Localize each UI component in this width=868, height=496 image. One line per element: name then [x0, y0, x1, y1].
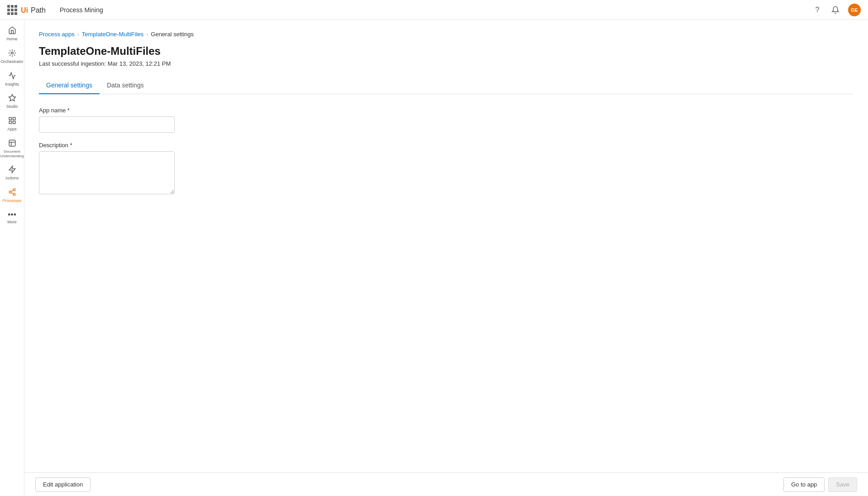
tab-data-settings[interactable]: Data settings — [100, 78, 151, 94]
svg-rect-7 — [9, 121, 11, 124]
breadcrumb-current: General settings — [151, 31, 194, 38]
document-understanding-icon — [8, 139, 16, 149]
description-label: Description * — [39, 142, 854, 149]
sidebar-item-studio[interactable]: Studio — [1, 91, 23, 112]
header-right: ? GE — [812, 4, 861, 16]
svg-point-14 — [13, 193, 15, 196]
insights-icon — [8, 72, 16, 81]
svg-point-12 — [13, 188, 15, 191]
grid-menu-icon[interactable] — [7, 5, 17, 15]
home-icon — [8, 26, 16, 36]
content-area: Process apps › TemplateOne-MultiFiles › … — [24, 20, 868, 496]
help-icon[interactable]: ? — [812, 5, 823, 15]
main-layout: Home Orchestrator Insights — [0, 20, 868, 496]
sidebar-actions-label: Actions — [5, 176, 19, 181]
svg-line-16 — [11, 190, 13, 192]
app-name-input[interactable] — [39, 116, 175, 133]
user-avatar[interactable]: GE — [848, 4, 861, 16]
sidebar-insights-label: Insights — [5, 82, 19, 87]
last-ingestion-label: Last successful ingestion: — [39, 60, 106, 67]
svg-line-15 — [11, 193, 13, 194]
app-name-group: App name * — [39, 107, 854, 133]
sidebar-item-document-understanding[interactable]: Document Understanding — [1, 136, 23, 161]
footer-left: Edit application — [35, 477, 91, 492]
breadcrumb: Process apps › TemplateOne-MultiFiles › … — [39, 31, 854, 38]
svg-text:Path: Path — [31, 6, 46, 14]
description-group: Description * — [39, 142, 854, 196]
sidebar-item-orchestrator[interactable]: Orchestrator — [1, 46, 23, 67]
uipath-logo: Ui Path — [21, 5, 57, 15]
breadcrumb-sep-2: › — [146, 31, 148, 38]
breadcrumb-sep-1: › — [77, 31, 79, 38]
tab-general-settings[interactable]: General settings — [39, 78, 100, 94]
sidebar-home-label: Home — [6, 37, 17, 42]
notifications-icon[interactable] — [830, 5, 841, 15]
sidebar-processes-label: Processes — [2, 198, 21, 203]
last-ingestion-value: Mar 13, 2023, 12:21 PM — [108, 60, 171, 67]
svg-point-2 — [11, 52, 13, 54]
studio-icon — [8, 94, 16, 103]
logo-container: Ui Path Process Mining — [21, 5, 103, 15]
apps-icon — [8, 116, 16, 126]
svg-text:Ui: Ui — [21, 6, 28, 14]
sidebar-item-apps[interactable]: Apps — [1, 114, 23, 135]
page-content: Process apps › TemplateOne-MultiFiles › … — [24, 20, 868, 472]
breadcrumb-template[interactable]: TemplateOne-MultiFiles — [82, 31, 144, 38]
description-textarea[interactable] — [39, 151, 175, 194]
footer-right: Go to app Save — [783, 477, 857, 492]
svg-rect-6 — [13, 121, 15, 124]
processes-icon — [8, 188, 16, 197]
page-title: TemplateOne-MultiFiles — [39, 45, 854, 58]
sidebar-item-processes[interactable]: Processes — [1, 185, 23, 206]
product-name: Process Mining — [60, 6, 103, 14]
sidebar-item-actions[interactable]: Actions — [1, 163, 23, 183]
footer: Edit application Go to app Save — [24, 472, 868, 496]
sidebar-more-label: More — [7, 220, 17, 225]
tabs: General settings Data settings — [39, 78, 854, 94]
sidebar: Home Orchestrator Insights — [0, 20, 24, 496]
app-name-label: App name * — [39, 107, 854, 114]
sidebar-item-insights[interactable]: Insights — [1, 69, 23, 90]
go-to-app-button[interactable]: Go to app — [783, 477, 825, 492]
sidebar-studio-label: Studio — [6, 104, 18, 109]
sidebar-item-home[interactable]: Home — [1, 24, 23, 44]
sidebar-item-more[interactable]: ••• More — [1, 208, 23, 227]
last-ingestion: Last successful ingestion: Mar 13, 2023,… — [39, 60, 854, 67]
sidebar-orchestrator-label: Orchestrator — [1, 59, 24, 64]
edit-application-button[interactable]: Edit application — [35, 477, 91, 492]
svg-marker-11 — [9, 166, 15, 173]
header-left: Ui Path Process Mining — [7, 5, 103, 15]
orchestrator-icon — [8, 49, 16, 58]
svg-rect-8 — [9, 140, 15, 146]
top-header: Ui Path Process Mining ? GE — [0, 0, 868, 20]
svg-rect-4 — [9, 117, 11, 120]
svg-rect-5 — [13, 117, 15, 120]
sidebar-document-understanding-label: Document Understanding — [0, 149, 24, 158]
breadcrumb-process-apps[interactable]: Process apps — [39, 31, 75, 38]
save-button[interactable]: Save — [828, 477, 857, 492]
more-icon: ••• — [8, 211, 16, 219]
sidebar-apps-label: Apps — [7, 127, 17, 132]
svg-marker-3 — [9, 95, 15, 101]
svg-point-13 — [9, 191, 11, 193]
actions-icon — [8, 165, 16, 175]
